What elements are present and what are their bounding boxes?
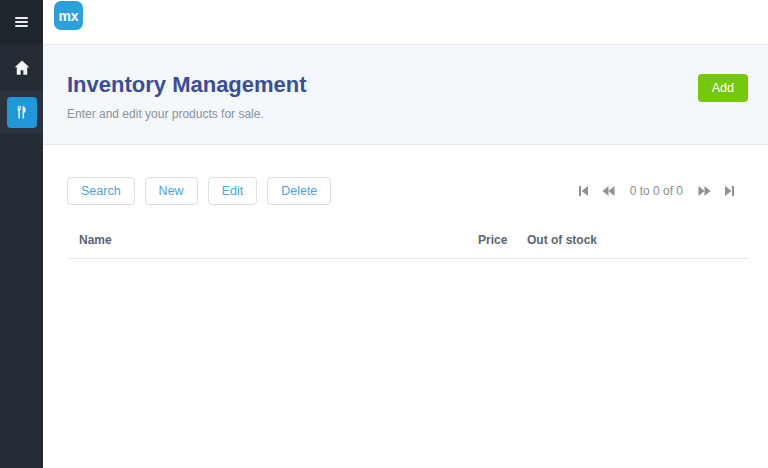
delete-button[interactable]: Delete [267, 177, 331, 205]
datagrid-header-row: Name Price Out of stock [67, 222, 748, 259]
pagination-status: 0 to 0 of 0 [630, 184, 683, 198]
search-button[interactable]: Search [67, 177, 135, 205]
datagrid-body-empty [67, 259, 748, 439]
column-header-name[interactable]: Name [67, 222, 466, 258]
topbar: mx [43, 0, 768, 45]
last-page-icon[interactable] [724, 185, 735, 197]
sidebar-item-home[interactable] [0, 44, 43, 90]
toolbar-button-group: Search New Edit Delete [67, 177, 331, 205]
active-tile[interactable] [7, 97, 37, 128]
page-title: Inventory Management [67, 72, 748, 98]
app-logo[interactable]: mx [54, 1, 83, 30]
first-page-icon[interactable] [578, 185, 589, 197]
hamburger-icon[interactable] [15, 17, 28, 27]
products-datagrid: Name Price Out of stock [67, 222, 748, 439]
previous-page-icon[interactable] [602, 185, 615, 197]
page-subtitle: Enter and edit your products for sale. [67, 107, 748, 121]
grid-toolbar: Search New Edit Delete [67, 177, 748, 205]
home-icon [12, 58, 32, 77]
column-header-out-of-stock[interactable]: Out of stock [515, 222, 748, 258]
sidebar [0, 0, 43, 468]
sidebar-menu-toggle[interactable] [0, 0, 43, 44]
column-header-price[interactable]: Price [466, 222, 515, 258]
cutlery-icon [13, 103, 30, 121]
content: Search New Edit Delete [43, 177, 768, 439]
sidebar-item-inventory[interactable] [0, 90, 43, 134]
page-header: Inventory Management Enter and edit your… [43, 45, 768, 145]
add-button[interactable]: Add [698, 74, 748, 102]
edit-button[interactable]: Edit [208, 177, 258, 205]
main-area: Inventory Management Enter and edit your… [43, 45, 768, 468]
pagination: 0 to 0 of 0 [578, 184, 735, 198]
next-page-icon[interactable] [698, 185, 711, 197]
app-window: mx Inventory Management Enter and edit y… [0, 0, 768, 468]
new-button[interactable]: New [145, 177, 198, 205]
